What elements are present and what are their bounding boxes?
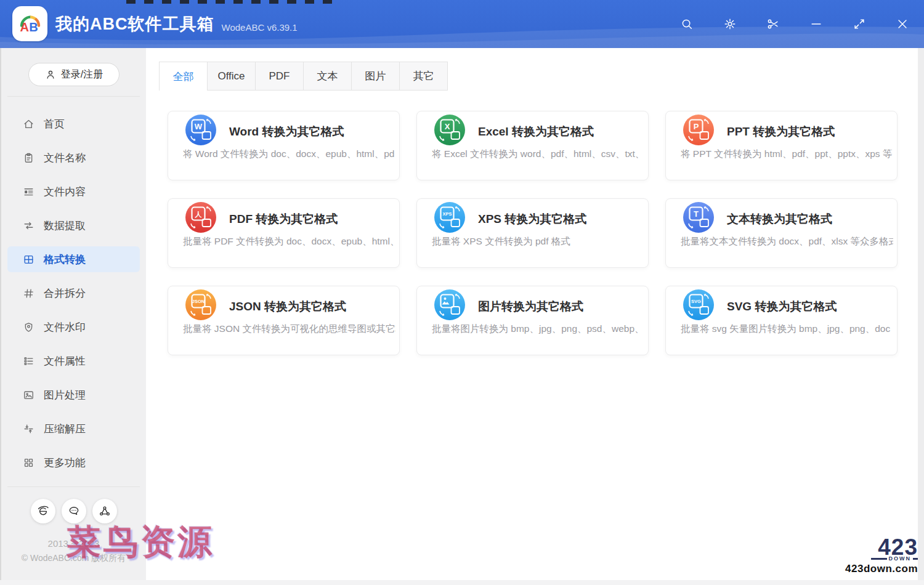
- cut-icon[interactable]: [752, 0, 795, 48]
- sidebar-item-watermark[interactable]: 文件水印: [7, 314, 140, 340]
- sidebar-item-more[interactable]: 更多功能: [7, 450, 140, 475]
- svg-text:T: T: [694, 209, 699, 219]
- search-icon[interactable]: [665, 0, 708, 48]
- sidebar-divider-bottom: [7, 486, 140, 487]
- titlebar: A B 我的ABC软件工具箱 WodeABC v6.39.1: [0, 0, 924, 48]
- tool-card-badge-icon: W: [185, 115, 216, 145]
- svg-text:W: W: [195, 122, 203, 131]
- sidebar-item-label: 首页: [44, 117, 65, 131]
- tool-card-xps[interactable]: XPS XPS 转换为其它格式批量将 XPS 文件转换为 pdf 格式: [416, 198, 649, 268]
- login-label: 登录/注册: [61, 68, 103, 81]
- tool-card-badge-icon: [434, 289, 465, 320]
- sidebar: 登录/注册 首页文件名称文件内容数据提取格式转换合并拆分文件水印文件属性图片处理…: [1, 48, 146, 580]
- login-button[interactable]: 登录/注册: [28, 63, 120, 86]
- svg-text:X: X: [445, 122, 450, 131]
- merge-split-icon: [23, 288, 34, 299]
- tool-card-t[interactable]: T 文本转换为其它格式批量将文本文件转换为 docx、pdf、xlsx 等众多格…: [665, 198, 898, 268]
- tool-cards-grid: W Word 转换为其它格式将 Word 文件转换为 doc、docx、epub…: [146, 91, 918, 355]
- titlebar-actions: [665, 0, 924, 48]
- tab-其它[interactable]: 其它: [399, 62, 448, 91]
- sidebar-nav: 首页文件名称文件内容数据提取格式转换合并拆分文件水印文件属性图片处理压缩解压更多…: [1, 111, 146, 483]
- format-convert-icon: [23, 254, 34, 265]
- sidebar-divider-top: [7, 96, 140, 97]
- home-icon: [23, 118, 34, 130]
- tool-card-badge-icon: SVG: [683, 289, 714, 320]
- sidebar-item-file-content[interactable]: 文件内容: [7, 179, 140, 204]
- tool-card-p[interactable]: P PPT 转换为其它格式将 PPT 文件转换为 html、pdf、ppt、pp…: [665, 111, 898, 180]
- tool-card-title: PPT 转换为其它格式: [727, 124, 835, 140]
- tool-card-description: 将 Word 文件转换为 doc、docx、epub、html、pd: [183, 148, 395, 161]
- person-icon: [45, 69, 56, 80]
- tab-文本[interactable]: 文本: [303, 62, 352, 91]
- sidebar-item-label: 图片处理: [44, 388, 86, 402]
- svg-text:XPS: XPS: [442, 211, 452, 217]
- sidebar-item-merge-split[interactable]: 合并拆分: [7, 280, 140, 306]
- tool-card-title: Word 转换为其它格式: [229, 124, 344, 140]
- app-title: 我的ABC软件工具箱: [55, 13, 214, 35]
- tool-card-title: SVG 转换为其它格式: [727, 299, 837, 315]
- tool-card-badge-icon: XPS: [434, 202, 465, 233]
- resize-icon[interactable]: [838, 0, 881, 48]
- tab-office[interactable]: Office: [207, 62, 256, 91]
- sidebar-item-label: 更多功能: [44, 456, 86, 470]
- svg-text:A: A: [20, 20, 29, 34]
- tool-card-title: 图片转换为其它格式: [478, 299, 583, 315]
- tool-card-description: 将 PPT 文件转换为 html、pdf、ppt、pptx、xps 等: [681, 148, 893, 161]
- tool-card-description: 批量将文本文件转换为 docx、pdf、xlsx 等众多格式: [681, 235, 893, 248]
- tool-card-img[interactable]: 图片转换为其它格式批量将图片转换为 bmp、jpg、png、psd、webp、: [416, 286, 649, 355]
- minimize-icon[interactable]: [795, 0, 838, 48]
- tool-card-svg[interactable]: SVG SVG 转换为其它格式批量将 svg 矢量图片转换为 bmp、jpg、p…: [665, 286, 898, 355]
- category-tabs: 全部OfficePDF文本图片其它: [159, 62, 918, 91]
- settings-icon[interactable]: [708, 0, 752, 48]
- sidebar-item-file-props[interactable]: 文件属性: [7, 348, 140, 374]
- compress-icon: [23, 423, 34, 435]
- tool-card-人[interactable]: 人 PDF 转换为其它格式批量将 PDF 文件转换为 doc、docx、epub…: [168, 198, 400, 268]
- tool-card-title: XPS 转换为其它格式: [478, 211, 586, 227]
- more-icon: [23, 457, 34, 469]
- tool-card-badge-icon: 人: [185, 202, 216, 233]
- tab-all[interactable]: 全部: [159, 62, 208, 91]
- share-icon[interactable]: [92, 499, 117, 523]
- svg-text:人: 人: [195, 211, 203, 219]
- sidebar-quick-links: [1, 499, 146, 523]
- tool-card-description: 批量将图片转换为 bmp、jpg、png、psd、webp、: [432, 323, 644, 336]
- svg-text:SVG: SVG: [691, 299, 701, 304]
- sidebar-item-label: 文件属性: [44, 354, 86, 368]
- sidebar-item-compress[interactable]: 压缩解压: [7, 416, 140, 442]
- tool-card-title: 文本转换为其它格式: [727, 211, 832, 227]
- file-props-icon: [23, 355, 34, 367]
- tool-card-w[interactable]: W Word 转换为其它格式将 Word 文件转换为 doc、docx、epub…: [168, 111, 400, 180]
- sidebar-item-file-name[interactable]: 文件名称: [7, 145, 140, 171]
- copyright-owner: © WodeABC.com 版权所有: [1, 553, 146, 564]
- tab-图片[interactable]: 图片: [351, 62, 400, 91]
- tool-card-description: 批量将 svg 矢量图片转换为 bmp、jpg、png、doc: [681, 323, 893, 336]
- tool-card-json[interactable]: JSON JSON 转换为其它格式批量将 JSON 文件转换为可视化的思维导图或…: [168, 286, 400, 355]
- watermark-icon: [23, 321, 34, 333]
- tool-card-description: 批量将 JSON 文件转换为可视化的思维导图或其它格: [183, 323, 395, 336]
- sidebar-item-label: 文件水印: [44, 320, 86, 334]
- tool-card-badge-icon: JSON: [185, 289, 216, 320]
- chat-icon[interactable]: [62, 499, 86, 523]
- sidebar-item-home[interactable]: 首页: [7, 111, 140, 137]
- svg-text:JSON: JSON: [192, 299, 205, 304]
- close-icon[interactable]: [881, 0, 924, 48]
- tool-card-badge-icon: P: [683, 115, 714, 145]
- window-frame-right: [918, 48, 924, 585]
- sidebar-item-label: 格式转换: [44, 252, 86, 267]
- copyright-years: 2013 ~ 2023: [1, 538, 146, 549]
- app-version: WodeABC v6.39.1: [222, 22, 298, 33]
- tool-card-x[interactable]: X Excel 转换为其它格式将 Excel 文件转换为 word、pdf、ht…: [416, 111, 649, 180]
- window-frame-bottom: [0, 580, 924, 585]
- tool-card-title: Excel 转换为其它格式: [478, 124, 594, 140]
- svg-text:P: P: [694, 122, 699, 131]
- tool-card-badge-icon: X: [434, 115, 465, 145]
- sidebar-item-image-process[interactable]: 图片处理: [7, 382, 140, 408]
- ie-icon[interactable]: [31, 499, 55, 523]
- file-content-icon: [23, 186, 34, 198]
- sidebar-item-data-extract[interactable]: 数据提取: [7, 212, 140, 238]
- sidebar-item-format-convert[interactable]: 格式转换: [7, 246, 140, 272]
- tool-card-title: JSON 转换为其它格式: [229, 299, 346, 315]
- tool-card-description: 批量将 PDF 文件转换为 doc、docx、epub、html、: [183, 235, 395, 248]
- tab-pdf[interactable]: PDF: [255, 62, 304, 91]
- sidebar-item-label: 文件名称: [44, 151, 86, 165]
